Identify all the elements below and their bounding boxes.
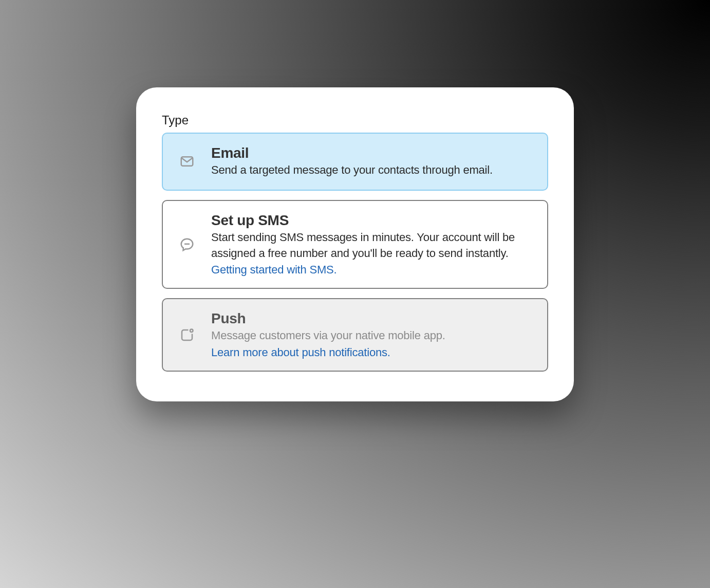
sms-icon <box>178 237 196 252</box>
section-label: Type <box>162 113 548 127</box>
option-description: Send a targeted message to your contacts… <box>211 162 532 178</box>
svg-point-2 <box>190 329 193 332</box>
sms-getting-started-link[interactable]: Getting started with SMS. <box>211 263 337 277</box>
email-icon <box>178 154 196 169</box>
option-content: Push Message customers via your native m… <box>211 310 532 359</box>
option-title: Push <box>211 310 532 327</box>
option-title: Email <box>211 145 532 161</box>
push-learn-more-link[interactable]: Learn more about push notifications. <box>211 346 390 359</box>
option-title: Set up SMS <box>211 212 532 229</box>
option-content: Set up SMS Start sending SMS messages in… <box>211 212 532 277</box>
push-icon <box>178 327 196 343</box>
option-email[interactable]: Email Send a targeted message to your co… <box>162 133 548 191</box>
option-push[interactable]: Push Message customers via your native m… <box>162 298 548 372</box>
option-description: Message customers via your native mobile… <box>211 328 532 344</box>
option-sms[interactable]: Set up SMS Start sending SMS messages in… <box>162 200 548 289</box>
option-content: Email Send a targeted message to your co… <box>211 145 532 178</box>
option-description: Start sending SMS messages in minutes. Y… <box>211 230 532 262</box>
type-selector-card: Type Email Send a targeted message to yo… <box>136 87 574 401</box>
